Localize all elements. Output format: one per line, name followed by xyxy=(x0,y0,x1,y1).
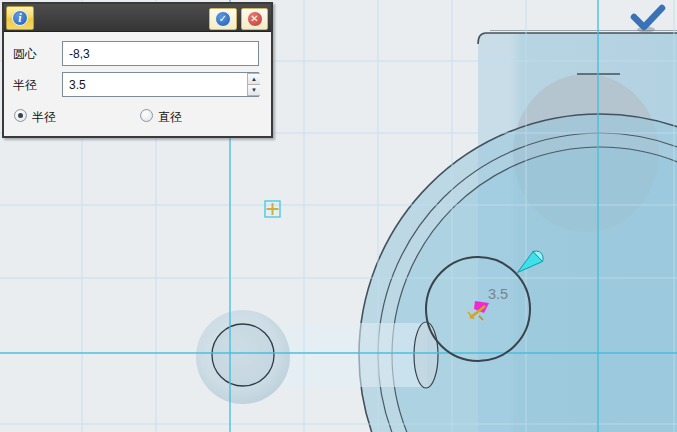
model-hole-ellipse xyxy=(414,322,438,388)
close-icon: ✕ xyxy=(247,11,263,27)
radius-spinner[interactable]: ▲ ▼ xyxy=(247,73,260,96)
confirm-button[interactable]: ✓ xyxy=(209,8,237,30)
circle-dialog: i ✓ ✕ 圆心 半径 ▲ ▼ 半径 直径 xyxy=(2,2,273,138)
dialog-titlebar[interactable]: i ✓ ✕ xyxy=(4,4,271,32)
center-field-label: 圆心 xyxy=(13,46,37,63)
cad-viewport: 3.5 i ✓ ✕ xyxy=(0,0,677,432)
radius-field-label: 半径 xyxy=(13,77,37,94)
radius-dimension-label: 3.5 xyxy=(488,286,508,302)
close-button[interactable]: ✕ xyxy=(241,8,268,30)
spinner-up-icon[interactable]: ▲ xyxy=(247,73,260,85)
radio-diameter[interactable] xyxy=(140,109,153,122)
center-input[interactable] xyxy=(62,41,259,66)
radio-diameter-label: 直径 xyxy=(158,109,182,126)
model-ball-end xyxy=(196,310,290,404)
radio-radius[interactable] xyxy=(14,109,27,122)
info-icon: i xyxy=(12,10,28,26)
radius-input[interactable] xyxy=(62,72,259,97)
confirm-check-icon: ✓ xyxy=(215,11,231,27)
spinner-down-icon[interactable]: ▼ xyxy=(247,85,260,96)
model-shaft xyxy=(277,323,427,387)
radio-radius-label: 半径 xyxy=(32,109,56,126)
info-button[interactable]: i xyxy=(6,6,34,30)
